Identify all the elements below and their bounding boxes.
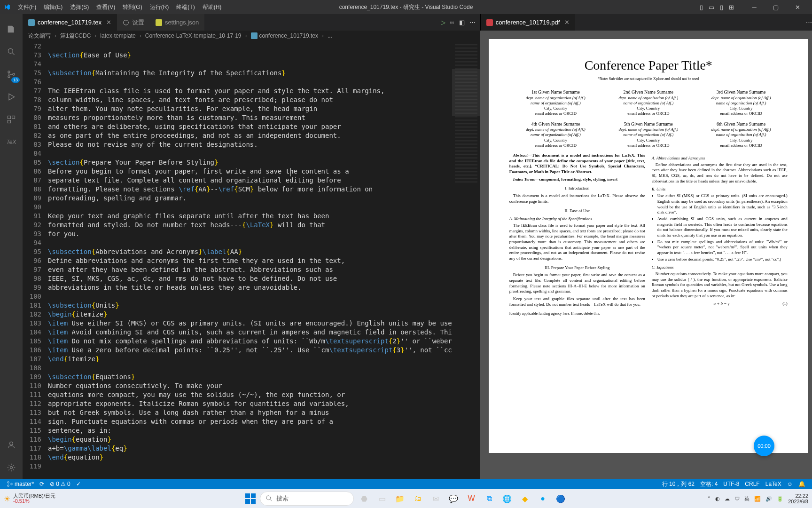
tex-icon[interactable]: TeX bbox=[0, 131, 23, 153]
git-branch[interactable]: master* bbox=[4, 481, 37, 487]
menu-goto[interactable]: 转到(G) bbox=[119, 3, 146, 11]
close-window-button[interactable]: ✕ bbox=[787, 0, 808, 14]
svg-rect-10 bbox=[28, 19, 35, 26]
problems-indicator[interactable]: ⊘ 0 ⚠ 0 bbox=[47, 481, 73, 487]
editor-tabs: conference_101719.tex ✕ 设置 settings.json… bbox=[23, 14, 480, 31]
chrome-app-icon[interactable]: 🔵 bbox=[553, 491, 568, 506]
tab-tex-file[interactable]: conference_101719.tex ✕ bbox=[23, 14, 117, 31]
explorer-app-icon[interactable]: 📁 bbox=[392, 491, 407, 506]
menu-terminal[interactable]: 终端(T) bbox=[172, 3, 198, 11]
author-block: 1st Given Name Surnamedept. name of orga… bbox=[509, 89, 602, 117]
svg-rect-5 bbox=[8, 116, 11, 119]
wechat-app-icon[interactable]: 💬 bbox=[446, 491, 461, 506]
tray-expand-icon[interactable]: ˄ bbox=[708, 496, 710, 502]
author-block: 3rd Given Name Surnamedept. name of orga… bbox=[695, 89, 787, 117]
vscode-app-icon[interactable]: ⧉ bbox=[482, 491, 497, 506]
minimize-button[interactable]: ─ bbox=[743, 0, 765, 14]
layout-customize-icon[interactable]: ⊞ bbox=[729, 4, 734, 11]
layout-sidebar-right-icon[interactable]: ▯ bbox=[720, 4, 723, 11]
more-actions-icon[interactable]: ⋯ bbox=[469, 19, 476, 26]
svg-rect-13 bbox=[251, 32, 258, 39]
clock[interactable]: 22:22 2023/6/8 bbox=[788, 493, 808, 504]
close-icon[interactable]: ✕ bbox=[564, 19, 570, 26]
taskbar-search[interactable]: 搜索 bbox=[260, 492, 354, 506]
tab-settings[interactable]: 设置 bbox=[117, 14, 150, 31]
menu-help[interactable]: 帮助(H) bbox=[199, 3, 226, 11]
more-actions-icon[interactable]: ⋯ bbox=[806, 19, 812, 26]
search-icon[interactable] bbox=[0, 40, 23, 63]
menu-run[interactable]: 运行(R) bbox=[146, 3, 173, 11]
source-control-icon[interactable]: 13 bbox=[0, 63, 23, 86]
indentation[interactable]: 空格: 4 bbox=[697, 480, 720, 488]
notifications-icon[interactable]: 🔔 bbox=[796, 480, 808, 488]
wps-app-icon[interactable]: W bbox=[464, 491, 479, 506]
run-debug-icon[interactable] bbox=[0, 86, 23, 108]
line-gutter: 72 73 74 75 76 77 78 79 80 81 82 83 84 8… bbox=[23, 41, 48, 479]
svg-point-22 bbox=[266, 496, 271, 500]
edge-app-icon[interactable]: 🌐 bbox=[500, 491, 515, 506]
code-area[interactable]: \section{Ease of Use} \subsection{Mainta… bbox=[48, 41, 452, 479]
app-icon-1[interactable]: ◆ bbox=[517, 491, 532, 506]
timer-bubble[interactable]: 00:00 bbox=[754, 436, 774, 456]
svg-point-0 bbox=[8, 48, 13, 53]
sync-icon[interactable]: ⟳ bbox=[37, 481, 47, 487]
svg-rect-6 bbox=[12, 116, 15, 119]
explorer-icon[interactable] bbox=[0, 18, 23, 40]
svg-point-8 bbox=[10, 442, 13, 445]
svg-point-15 bbox=[8, 482, 9, 484]
tray-icon[interactable]: 🛡 bbox=[734, 496, 740, 501]
input-method-icon[interactable]: 英 bbox=[744, 495, 750, 502]
battery-icon[interactable]: 🔋 bbox=[777, 496, 783, 502]
mail-app-icon[interactable]: ✉ bbox=[428, 491, 443, 506]
svg-point-9 bbox=[10, 467, 13, 469]
account-icon[interactable] bbox=[0, 434, 23, 456]
language-mode[interactable]: LaTeX bbox=[763, 480, 784, 488]
tab-pdf-file[interactable]: conference_101719.pdf ✕ bbox=[481, 14, 576, 31]
svg-line-23 bbox=[270, 500, 272, 501]
feedback-icon[interactable]: ☺ bbox=[784, 480, 796, 488]
cursor-position[interactable]: 行 10，列 62 bbox=[659, 480, 697, 488]
layout-sidebar-left-icon[interactable]: ▯ bbox=[700, 4, 703, 11]
menu-edit[interactable]: 编辑(E) bbox=[40, 3, 66, 11]
tray-icon[interactable]: ☁ bbox=[725, 496, 730, 502]
close-icon[interactable]: ✕ bbox=[106, 19, 111, 26]
wifi-icon[interactable]: 📶 bbox=[754, 496, 761, 502]
minimap[interactable] bbox=[452, 41, 480, 479]
menu-view[interactable]: 查看(V) bbox=[93, 3, 119, 11]
git-branch-icon bbox=[7, 481, 13, 487]
tray-icon[interactable]: ◐ bbox=[715, 496, 720, 502]
svg-point-3 bbox=[8, 76, 10, 78]
svg-rect-14 bbox=[486, 19, 493, 26]
check-icon[interactable]: ✓ bbox=[73, 481, 84, 487]
eol[interactable]: CRLF bbox=[742, 480, 762, 488]
app-icon-2[interactable]: ● bbox=[535, 491, 550, 506]
text-cursor bbox=[290, 168, 291, 176]
split-editor-icon[interactable]: ▫▫ bbox=[450, 19, 454, 26]
titlebar: 文件(F) 编辑(E) 选择(S) 查看(V) 转到(G) 运行(R) 终端(T… bbox=[0, 0, 812, 14]
extensions-icon[interactable] bbox=[0, 108, 23, 131]
breadcrumb[interactable]: 论文编写 第1篇CCDC latex-template Conference-L… bbox=[23, 31, 480, 41]
svg-rect-20 bbox=[245, 499, 250, 504]
author-block: 4th Given Name Surnamedept. name of orga… bbox=[509, 121, 602, 149]
menu-select[interactable]: 选择(S) bbox=[66, 3, 93, 11]
search-icon bbox=[266, 495, 273, 502]
task-view-icon[interactable]: ▭ bbox=[375, 491, 390, 506]
layout-panel-icon[interactable]: ▭ bbox=[709, 4, 714, 11]
taskbar: ☀ 人民币(RMB)/日元 -0.51% 搜索 ⬣ ▭ 📁 🗂 ✉ 💬 W ⧉ … bbox=[0, 489, 812, 508]
pdf-viewer[interactable]: Conference Paper Title* *Note: Sub-title… bbox=[480, 31, 812, 479]
diff-icon[interactable]: ◧ bbox=[459, 19, 465, 26]
files-app-icon[interactable]: 🗂 bbox=[410, 491, 425, 506]
svg-point-17 bbox=[11, 483, 13, 485]
copilot-app-icon[interactable]: ⬣ bbox=[357, 491, 372, 506]
tab-settings-json[interactable]: settings.json bbox=[150, 14, 204, 31]
settings-gear-icon[interactable] bbox=[0, 456, 23, 479]
volume-icon[interactable]: 🔊 bbox=[765, 496, 772, 502]
weather-widget[interactable]: ☀ 人民币(RMB)/日元 -0.51% bbox=[4, 493, 55, 504]
menu-file[interactable]: 文件(F) bbox=[14, 3, 40, 11]
gear-icon bbox=[123, 19, 129, 26]
paper-subtitle: *Note: Sub-titles are not captured in Xp… bbox=[509, 77, 788, 81]
run-icon[interactable]: ▷ bbox=[441, 19, 445, 26]
start-button[interactable] bbox=[244, 492, 257, 505]
encoding[interactable]: UTF-8 bbox=[720, 480, 742, 488]
maximize-button[interactable]: ▢ bbox=[765, 0, 787, 14]
